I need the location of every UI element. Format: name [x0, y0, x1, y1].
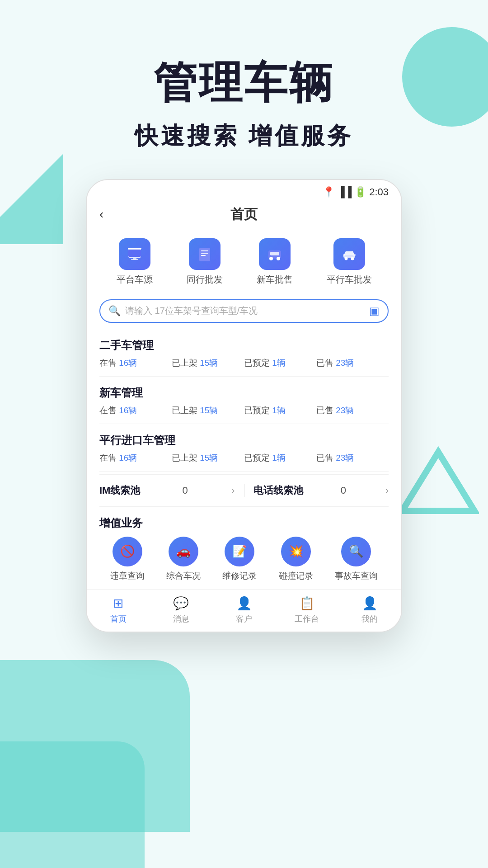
stat-item-1-2: 已预定 1辆 — [244, 405, 316, 416]
section-stats-2: 在售 16辆已上架 15辆已预定 1辆已售 23辆 — [99, 452, 389, 464]
tab-icon-3: 📋 — [299, 596, 315, 611]
value-icon-item-0[interactable]: 🚫违章查询 — [110, 537, 145, 582]
quick-icon-wholesale[interactable]: 同行批发 — [187, 238, 223, 286]
value-icons-row: 🚫违章查询🚗综合车况📝维修记录💥碰撞记录🔍事故车查询 — [99, 537, 389, 582]
svg-point-17 — [344, 257, 347, 260]
divider-before-leads — [99, 474, 389, 475]
battery-icon: 🔋 — [354, 186, 366, 198]
phone-lead-item[interactable]: 电话线索池 0 › — [253, 484, 389, 497]
scan-icon[interactable]: ▣ — [369, 305, 380, 317]
tab-item-我的[interactable]: 👤我的 — [338, 590, 401, 632]
tab-icon-1: 💬 — [173, 596, 189, 611]
section-title-0: 二手车管理 — [99, 338, 389, 353]
svg-point-18 — [351, 257, 354, 260]
tab-item-客户[interactable]: 👤客户 — [212, 590, 275, 632]
phone-lead-count: 0 — [341, 485, 346, 496]
search-placeholder[interactable]: 请输入 17位车架号查询车型/车况 — [125, 305, 365, 317]
tab-item-工作台[interactable]: 📋工作台 — [276, 590, 338, 632]
tab-item-首页[interactable]: ⊞首页 — [87, 590, 150, 632]
stat-item-0-0: 在售 16辆 — [99, 357, 172, 369]
svg-rect-3 — [128, 248, 141, 249]
stat-item-2-0: 在售 16辆 — [99, 452, 172, 464]
value-icon-circle-1: 🚗 — [169, 537, 198, 566]
svg-point-14 — [269, 257, 273, 260]
tab-icon-2: 👤 — [236, 596, 252, 611]
hero-section: 管理车辆 快速搜索 增值服务 — [0, 0, 488, 152]
stat-item-1-1: 已上架 15辆 — [172, 405, 244, 416]
hero-title: 管理车辆 — [0, 59, 488, 107]
status-bar: 📍 ▐▐ 🔋 2:03 — [87, 180, 401, 201]
divider-section-1 — [99, 424, 389, 424]
svg-marker-0 — [402, 452, 474, 511]
platform-icon-box — [119, 238, 150, 270]
new-car-label: 新车批售 — [257, 274, 293, 286]
value-icon-item-1[interactable]: 🚗综合车况 — [166, 537, 201, 582]
section-stats-1: 在售 16辆已上架 15辆已预定 1辆已售 23辆 — [99, 405, 389, 416]
bg-triangle-bottom-right — [398, 443, 479, 517]
wholesale-icon-box — [189, 238, 221, 270]
value-icon-item-2[interactable]: 📝维修记录 — [222, 537, 257, 582]
sections-container: 二手车管理在售 16辆已上架 15辆已预定 1辆已售 23辆新车管理在售 16辆… — [87, 332, 401, 472]
search-icon: 🔍 — [108, 305, 121, 317]
tab-icon-4: 👤 — [362, 596, 378, 611]
parallel-label: 平行车批发 — [327, 274, 372, 286]
hero-subtitle: 快速搜索 增值服务 — [0, 120, 488, 152]
value-icon-label-4: 事故车查询 — [335, 570, 378, 582]
tab-item-消息[interactable]: 💬消息 — [150, 590, 212, 632]
im-lead-label: IM线索池 — [99, 484, 140, 497]
nav-bar: ‹ 首页 — [87, 201, 401, 231]
divider-section-0 — [99, 376, 389, 377]
divider-section-2 — [99, 471, 389, 472]
quick-icon-parallel[interactable]: 平行车批发 — [327, 238, 372, 286]
section-title-1: 新车管理 — [99, 386, 389, 400]
value-icon-label-3: 碰撞记录 — [279, 570, 313, 582]
im-lead-arrow: › — [232, 485, 235, 495]
svg-rect-9 — [201, 253, 208, 254]
leads-row: IM线索池 0 › 电话线索池 0 › — [87, 477, 401, 504]
phone-frame: 📍 ▐▐ 🔋 2:03 ‹ 首页 — [86, 179, 402, 632]
value-icon-item-3[interactable]: 💥碰撞记录 — [279, 537, 313, 582]
search-bar[interactable]: 🔍 请输入 17位车架号查询车型/车况 ▣ — [99, 299, 389, 323]
new-car-icon-box — [259, 238, 291, 270]
status-time: 2:03 — [369, 186, 389, 198]
nav-title: 首页 — [230, 205, 258, 224]
quick-icon-new-car[interactable]: 新车批售 — [257, 238, 293, 286]
tab-bar: ⊞首页💬消息👤客户📋工作台👤我的 — [87, 589, 401, 632]
svg-rect-8 — [201, 250, 208, 251]
stat-item-0-1: 已上架 15辆 — [172, 357, 244, 369]
section-0[interactable]: 二手车管理在售 16辆已上架 15辆已预定 1辆已售 23辆 — [87, 332, 401, 373]
im-lead-count: 0 — [183, 485, 188, 496]
signal-icon: ▐▐ — [338, 186, 352, 198]
phone-lead-arrow: › — [385, 485, 389, 495]
value-icon-label-1: 综合车况 — [166, 570, 201, 582]
bg-shape-bottom-left2 — [0, 741, 145, 868]
tab-label-2: 客户 — [236, 613, 252, 624]
phone-mockup: 📍 ▐▐ 🔋 2:03 ‹ 首页 — [86, 179, 402, 632]
section-1[interactable]: 新车管理在售 16辆已上架 15辆已预定 1辆已售 23辆 — [87, 379, 401, 421]
tab-label-1: 消息 — [173, 613, 189, 624]
tab-label-0: 首页 — [110, 613, 127, 624]
back-button[interactable]: ‹ — [99, 207, 103, 222]
value-icon-circle-2: 📝 — [225, 537, 254, 566]
value-icon-label-0: 违章查询 — [110, 570, 145, 582]
svg-rect-10 — [201, 255, 206, 256]
value-icon-circle-3: 💥 — [281, 537, 311, 566]
im-lead-item[interactable]: IM线索池 0 › — [99, 484, 235, 497]
stat-item-2-3: 已售 23辆 — [316, 452, 389, 464]
status-icons: 📍 ▐▐ 🔋 2:03 — [323, 186, 389, 198]
tab-icon-0: ⊞ — [113, 596, 123, 611]
stat-item-1-0: 在售 16辆 — [99, 405, 172, 416]
value-icon-circle-4: 🔍 — [341, 537, 371, 566]
value-icon-item-4[interactable]: 🔍事故车查询 — [335, 537, 378, 582]
svg-point-15 — [277, 257, 280, 260]
stat-item-2-1: 已上架 15辆 — [172, 452, 244, 464]
quick-icon-platform[interactable]: 平台车源 — [117, 238, 153, 286]
svg-rect-19 — [343, 254, 345, 256]
stat-item-0-2: 已预定 1辆 — [244, 357, 316, 369]
svg-rect-7 — [199, 248, 210, 261]
value-added-section: 增值业务 🚫违章查询🚗综合车况📝维修记录💥碰撞记录🔍事故车查询 — [87, 509, 401, 589]
value-icon-label-2: 维修记录 — [222, 570, 257, 582]
value-icon-circle-0: 🚫 — [113, 537, 142, 566]
platform-label: 平台车源 — [117, 274, 153, 286]
section-2[interactable]: 平行进口车管理在售 16辆已上架 15辆已预定 1辆已售 23辆 — [87, 427, 401, 468]
